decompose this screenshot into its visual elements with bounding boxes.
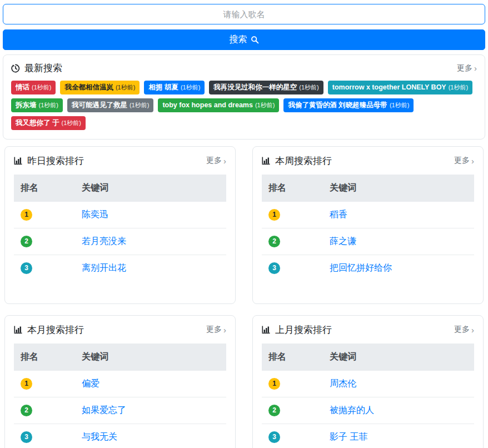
- col-header-rank: 排名: [262, 175, 323, 202]
- tag-label: tomorrow x together LONELY BOY: [332, 83, 446, 92]
- col-header-rank: 排名: [14, 175, 75, 202]
- search-tag[interactable]: 情话 (1秒前): [11, 81, 56, 94]
- table-row: 3 把回忆拼好给你: [262, 255, 474, 281]
- page: 搜索 最新搜索 更多 ›: [0, 0, 488, 448]
- latest-more-link[interactable]: 更多 ›: [457, 63, 477, 73]
- table-row: 2 若月亮没来: [14, 228, 226, 255]
- rank-badge: 2: [268, 236, 280, 247]
- search-tag[interactable]: 我可能遇见了救星 (1秒前): [67, 98, 153, 112]
- table-row: 3 与我无关: [14, 424, 226, 448]
- col-header-keyword: 关键词: [75, 344, 226, 371]
- col-header-rank: 排名: [14, 344, 75, 371]
- tag-label: 我再没见过和你一样的星空: [213, 83, 297, 92]
- latest-search-title-text: 最新搜索: [24, 62, 62, 74]
- keyword-link[interactable]: 与我无关: [82, 432, 117, 441]
- keyword-link[interactable]: 稻香: [330, 210, 347, 219]
- rank-badge: 1: [268, 378, 280, 390]
- search-tag[interactable]: 相拥 胡夏 (1秒前): [144, 81, 205, 94]
- rank-panel-yesterday: 昨日搜索排行 更多 › 排名 关键词 1 陈奕迅: [4, 146, 236, 304]
- rank-badge: 1: [21, 209, 32, 221]
- bar-chart-icon: [262, 325, 271, 334]
- rank-table: 排名 关键词 1 周杰伦 2 被抛弃的人 3 影子 王菲: [262, 344, 474, 448]
- rank-panels-grid: 昨日搜索排行 更多 › 排名 关键词 1 陈奕迅: [4, 146, 484, 448]
- panel-title: 上月搜索排行: [262, 323, 332, 336]
- chevron-right-icon: ›: [471, 157, 474, 165]
- panel-more-link[interactable]: 更多 ›: [454, 325, 474, 335]
- panel-header: 昨日搜索排行 更多 ›: [14, 155, 226, 167]
- tag-time: (1秒前): [130, 101, 149, 109]
- table-row: 2 薛之谦: [262, 228, 474, 255]
- rank-table: 排名 关键词 1 陈奕迅 2 若月亮没来 3 离别开出花: [14, 175, 226, 281]
- panel-title-text: 本周搜索排行: [275, 155, 332, 167]
- tag-label: 情话: [16, 83, 29, 92]
- tag-time: (1秒前): [32, 83, 51, 92]
- history-icon: [11, 64, 20, 73]
- panel-more-link[interactable]: 更多 ›: [206, 325, 226, 335]
- tag-time: (1秒前): [390, 101, 409, 109]
- keyword-link[interactable]: 离别开出花: [82, 263, 126, 272]
- panel-header: 本周搜索排行 更多 ›: [262, 155, 474, 167]
- tag-time: (1秒前): [61, 119, 81, 127]
- keyword-link[interactable]: 如果爱忘了: [82, 405, 126, 415]
- search-tag[interactable]: tomorrow x together LONELY BOY (1秒前): [328, 81, 472, 94]
- rank-badge: 3: [268, 262, 280, 274]
- tag-label: 我可能遇见了救星: [72, 101, 127, 110]
- table-row: 2 如果爱忘了: [14, 397, 226, 424]
- keyword-link[interactable]: 周杰伦: [330, 379, 356, 388]
- rank-panel-week: 本周搜索排行 更多 › 排名 关键词 1 稻香: [252, 146, 484, 304]
- col-header-keyword: 关键词: [75, 175, 226, 202]
- keyword-link[interactable]: 薛之谦: [330, 236, 356, 246]
- keyword-link[interactable]: 若月亮没来: [82, 236, 126, 246]
- search-tag[interactable]: 拆东墙 (1秒前): [11, 98, 63, 112]
- more-label: 更多: [206, 156, 222, 166]
- tag-label: 相拥 胡夏: [148, 83, 178, 92]
- search-tag[interactable]: 我全都相信温岚 (1秒前): [60, 81, 140, 94]
- bar-chart-icon: [262, 156, 271, 165]
- table-row: 1 陈奕迅: [14, 202, 226, 228]
- rank-badge: 3: [21, 262, 32, 274]
- chevron-right-icon: ›: [223, 157, 226, 165]
- panel-more-link[interactable]: 更多 ›: [454, 156, 474, 166]
- chevron-right-icon: ›: [223, 326, 226, 334]
- keyword-link[interactable]: 陈奕迅: [82, 210, 108, 219]
- tag-time: (1秒前): [255, 101, 275, 109]
- keyword-link[interactable]: 影子 王菲: [330, 432, 367, 441]
- latest-search-title: 最新搜索: [11, 62, 62, 74]
- tag-time: (1秒前): [449, 83, 468, 92]
- panel-title-text: 本月搜索排行: [27, 323, 84, 336]
- more-label: 更多: [454, 325, 470, 335]
- rank-panel-month: 本月搜索排行 更多 › 排名 关键词 1 偏爱: [4, 315, 236, 448]
- search-tag[interactable]: 我偷了黄昏的酒 刘晓超臻品母带 (1秒前): [283, 98, 414, 112]
- tag-time: (1秒前): [39, 101, 58, 109]
- search-tag[interactable]: 我再没见过和你一样的星空 (1秒前): [209, 81, 323, 94]
- tag-label: 我全都相信温岚: [64, 83, 113, 92]
- panel-title-text: 上月搜索排行: [275, 323, 332, 336]
- search-icon: [251, 36, 259, 44]
- keyword-link[interactable]: 偏爱: [82, 379, 99, 388]
- rank-badge: 3: [268, 431, 280, 443]
- rank-badge: 1: [21, 378, 32, 390]
- rank-badge: 2: [21, 236, 32, 247]
- rank-badge: 1: [268, 209, 280, 221]
- more-label: 更多: [457, 63, 472, 73]
- tag-label: 我偷了黄昏的酒 刘晓超臻品母带: [288, 101, 387, 110]
- search-input[interactable]: [3, 4, 485, 24]
- table-row: 2 被抛弃的人: [262, 397, 474, 424]
- keyword-link[interactable]: 把回忆拼好给你: [330, 263, 392, 272]
- search-tag[interactable]: toby fox hopes and dreams (1秒前): [158, 98, 279, 112]
- tag-time: (1秒前): [181, 83, 200, 92]
- more-label: 更多: [206, 325, 222, 335]
- keyword-link[interactable]: 被抛弃的人: [330, 405, 374, 415]
- search-button[interactable]: 搜索: [3, 29, 485, 50]
- table-row: 1 稻香: [262, 202, 474, 228]
- bar-chart-icon: [14, 156, 23, 165]
- rank-table: 排名 关键词 1 偏爱 2 如果爱忘了 3 与我无关: [14, 344, 226, 448]
- more-label: 更多: [454, 156, 470, 166]
- latest-search-card: 最新搜索 更多 › 情话 (1秒前) 我全都相信温岚 (1秒前) 相拥 胡夏 (…: [3, 54, 485, 140]
- latest-search-tags: 情话 (1秒前) 我全都相信温岚 (1秒前) 相拥 胡夏 (1秒前) 我再没见过…: [11, 81, 477, 130]
- panel-title: 昨日搜索排行: [14, 155, 84, 167]
- bar-chart-icon: [14, 325, 23, 334]
- search-tag[interactable]: 我又想你了 于 (1秒前): [11, 116, 86, 130]
- tag-time: (1秒前): [299, 83, 318, 92]
- panel-more-link[interactable]: 更多 ›: [206, 156, 226, 166]
